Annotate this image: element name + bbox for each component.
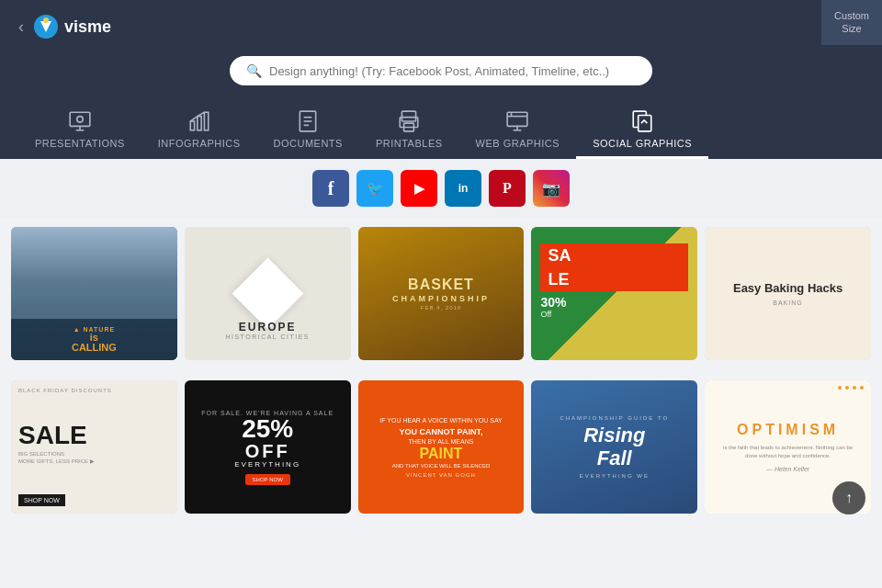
instagram-filter[interactable]: 📷 (533, 170, 570, 207)
svg-rect-23 (639, 116, 651, 131)
svg-rect-8 (197, 117, 200, 130)
youtube-filter[interactable]: ▶ (401, 170, 437, 207)
search-icon: 🔍 (246, 63, 262, 78)
svg-point-2 (43, 17, 49, 23)
svg-rect-9 (204, 112, 208, 130)
social-filter-bar: f 🐦 ▶ in P 📷 (0, 159, 882, 218)
template-basketball[interactable]: BASKET CHAMPIONSHIP FEB 4, 2019 (358, 227, 525, 360)
logo: visme (33, 14, 111, 40)
nav-item-infographics[interactable]: INFOGRAPHICS (141, 102, 257, 159)
nav-item-presentations[interactable]: PRESENTATIONS (18, 102, 141, 159)
youtube-icon: ▶ (414, 181, 424, 196)
template-black-friday[interactable]: BLACK FRIDAY DISCOUNTS SALE BIG SELECTIO… (11, 380, 177, 514)
back-button[interactable]: ‹ (18, 17, 24, 37)
svg-rect-17 (508, 112, 528, 126)
pinterest-icon: P (503, 180, 512, 197)
header: ‹ visme 🔍 PRESENTATIONS INFOGRAPHICS (0, 0, 882, 159)
linkedin-icon: in (458, 182, 469, 195)
svg-rect-7 (190, 121, 194, 130)
template-25off[interactable]: For sale. We're having a sale 25% OFF EV… (185, 380, 351, 514)
custom-size-button[interactable]: CustomSize (821, 0, 882, 45)
nav-item-printables[interactable]: PRINTABLES (359, 102, 459, 159)
logo-text: visme (64, 17, 111, 37)
nav-item-social-graphics[interactable]: SOCIAL GRAPHICS (576, 102, 708, 159)
template-grid: ▲ Nature is CALLING EUROPE HISTORICAL CI… (0, 218, 882, 536)
search-bar[interactable]: 🔍 (230, 56, 652, 85)
template-nature-calling[interactable]: ▲ Nature is CALLING (11, 227, 177, 360)
scroll-up-button[interactable]: ↑ (832, 481, 865, 514)
template-paint[interactable]: IF YOU HEAR A VOICE WITHIN YOU SAY YOU C… (358, 380, 525, 514)
template-easy-baking[interactable]: Easy Baking Hacks BAKING (705, 227, 871, 360)
template-sale-30off[interactable]: SA LE 30% Off (531, 227, 697, 360)
svg-point-4 (77, 117, 84, 122)
template-rising-fall[interactable]: CHAMPIONSHIP GUIDE TO RisingFall EVERYTH… (531, 380, 697, 514)
twitter-icon: 🐦 (367, 180, 384, 197)
pinterest-filter[interactable]: P (489, 170, 526, 207)
svg-rect-3 (70, 112, 90, 126)
instagram-icon: 📷 (542, 180, 560, 198)
linkedin-filter[interactable]: in (445, 170, 481, 207)
twitter-filter[interactable]: 🐦 (356, 170, 393, 207)
nav-categories: PRESENTATIONS INFOGRAPHICS DOCUMENTS PRI… (18, 102, 864, 159)
template-europe[interactable]: EUROPE HISTORICAL CITIES (185, 227, 351, 360)
search-input[interactable] (269, 64, 636, 78)
visme-logo-icon (33, 14, 59, 40)
nav-item-web-graphics[interactable]: WEB GRAPHICS (459, 102, 577, 159)
svg-rect-14 (402, 111, 416, 121)
facebook-filter[interactable]: f (312, 170, 349, 207)
facebook-icon: f (328, 178, 334, 199)
nav-item-documents[interactable]: DOCUMENTS (257, 102, 359, 159)
